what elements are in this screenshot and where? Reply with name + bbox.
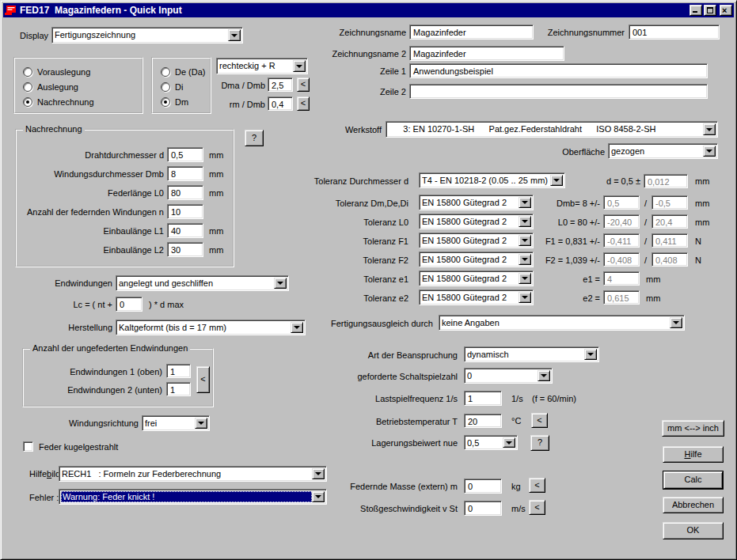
chevron-down-icon[interactable]: [503, 437, 515, 448]
lagerungsbeiwert-help-button[interactable]: ?: [530, 435, 549, 451]
chevron-down-icon[interactable]: [519, 254, 531, 265]
chevron-down-icon[interactable]: [291, 322, 303, 333]
stossgeschwindigkeit-prev-button[interactable]: <: [529, 500, 545, 515]
calc-mode-group: Vorauslegung Auslegung Nachrechnung: [13, 57, 143, 114]
maximize-button[interactable]: [704, 5, 716, 16]
chevron-down-icon[interactable]: [228, 29, 241, 41]
chevron-down-icon[interactable]: [519, 216, 531, 227]
end-coils-group: Anzahl der ungefederten Endwindungen End…: [22, 348, 214, 407]
endwindungen2-input[interactable]: 1: [166, 382, 191, 396]
drahtdurchmesser-input[interactable]: 0,5: [167, 147, 203, 162]
chevron-down-icon[interactable]: [703, 123, 716, 135]
radio-dm[interactable]: Dm: [161, 97, 188, 107]
dma-dmb-prev-button[interactable]: <: [297, 78, 310, 92]
beanspruchung-combo[interactable]: dynamisch: [464, 346, 599, 362]
chevron-down-icon[interactable]: [195, 418, 207, 429]
chevron-down-icon[interactable]: [293, 60, 306, 72]
schaltspielzahl-combo[interactable]: 0: [464, 368, 553, 384]
wire-section-combo[interactable]: rechteckig + R: [216, 58, 308, 74]
kugelgestrahlt-checkbox[interactable]: [23, 441, 33, 452]
chevron-down-icon[interactable]: [519, 273, 531, 284]
toleranz-e2-combo[interactable]: EN 15800 Gütegrad 2: [419, 289, 534, 305]
radio-label: Auslegung: [37, 82, 78, 92]
chevron-down-icon[interactable]: [274, 278, 287, 289]
stossgeschwindigkeit-label: Stoßgeschwindigkeit v St: [349, 504, 458, 514]
radio-vorauslegung[interactable]: Vorauslegung: [23, 67, 90, 77]
chevron-down-icon[interactable]: [550, 175, 563, 186]
toleranz-dm-label: Toleranz Dm,De,Di: [325, 199, 408, 209]
chevron-down-icon[interactable]: [703, 146, 716, 157]
windungen-n-input[interactable]: 10: [167, 204, 203, 219]
chevron-down-icon[interactable]: [670, 317, 682, 328]
betriebstemperatur-prev-button[interactable]: <: [531, 413, 548, 428]
hilfe-button[interactable]: Hilfe: [663, 446, 724, 463]
lc-input[interactable]: 0: [116, 297, 142, 312]
titlebar[interactable]: FED17 Magazinfedern - Quick Input ×: [3, 3, 734, 17]
rm-dmb-input[interactable]: 0,4: [268, 96, 293, 111]
toleranz-d-combo[interactable]: T4 - EN 10218-2 (0.05 .. 25 mm): [419, 172, 565, 188]
radio-de-da[interactable]: De (Da): [161, 67, 206, 77]
dma-dmb-input[interactable]: 2,5: [268, 78, 293, 92]
radio-nachrechnung[interactable]: Nachrechnung: [23, 97, 94, 107]
werkstoff-combo[interactable]: 3: EN 10270-1-SH Pat.gez.Federstahldraht…: [386, 121, 718, 138]
radio-icon: [23, 97, 32, 107]
chevron-down-icon[interactable]: [538, 370, 550, 381]
lastspielfrequenz-input[interactable]: 1: [464, 391, 502, 406]
radio-di[interactable]: Di: [161, 82, 183, 92]
zeichnungsname-input[interactable]: Magazinfeder: [409, 25, 534, 40]
abbrechen-button[interactable]: Abbrechen: [663, 497, 724, 513]
federlaenge-label: Federlänge L0: [18, 188, 164, 199]
radio-auslegung[interactable]: Auslegung: [23, 82, 78, 92]
minimize-button[interactable]: [690, 5, 702, 16]
endwindungen1-input[interactable]: 1: [166, 364, 191, 378]
zeile2-input[interactable]: [409, 84, 708, 99]
endwindungen-combo[interactable]: angelegt und geschliffen: [116, 275, 289, 291]
help-question-button[interactable]: ?: [245, 130, 264, 146]
einbaulaenge1-input[interactable]: 40: [167, 223, 203, 238]
fertigungsausgleich-combo[interactable]: keine Angaben: [439, 315, 685, 331]
toleranz-dm-result-label: Dmb= 8 +/-: [531, 199, 600, 209]
toleranz-e1-combo[interactable]: EN 15800 Gütegrad 2: [419, 271, 534, 286]
slash-separator: /: [644, 199, 647, 209]
windungen-n-label: Anzahl der federnden Windungen n: [18, 207, 164, 218]
fertigungsausgleich-label: Fertigungsausgleich durch: [329, 319, 433, 329]
federnde-masse-input[interactable]: 0: [464, 479, 502, 494]
oberflaeche-combo[interactable]: gezogen: [608, 143, 718, 159]
chevron-down-icon[interactable]: [312, 468, 325, 479]
chevron-down-icon[interactable]: [519, 235, 531, 246]
zeichnungsnummer-input[interactable]: 001: [629, 25, 720, 40]
mm-inch-button[interactable]: mm <--> inch: [662, 420, 724, 437]
calc-button[interactable]: Calc: [663, 471, 723, 489]
chevron-down-icon[interactable]: [519, 292, 531, 303]
betriebstemperatur-input[interactable]: 20: [464, 414, 502, 428]
rm-dmb-prev-button[interactable]: <: [297, 96, 310, 111]
zeile1-input[interactable]: Anwendungsbeispiel: [409, 63, 708, 78]
toleranz-l0-combo[interactable]: EN 15800 Gütegrad 2: [419, 214, 534, 229]
federlaenge-input[interactable]: 80: [167, 185, 203, 200]
unit-label: mm: [209, 226, 223, 236]
hilfebild-label: Hilfebild: [29, 469, 60, 479]
chevron-down-icon[interactable]: [312, 491, 325, 502]
toleranz-f1-combo[interactable]: EN 15800 Gütegrad 2: [419, 233, 534, 248]
herstellung-combo[interactable]: Kaltgeformt (bis d = 17 mm): [116, 320, 306, 335]
windungsdurchmesser-input[interactable]: 8: [167, 166, 203, 181]
end-coils-prev-button[interactable]: <: [196, 366, 210, 393]
chevron-down-icon[interactable]: [584, 349, 597, 360]
ok-button[interactable]: OK: [663, 522, 724, 539]
toleranz-l0-plus: -20,40: [603, 214, 640, 229]
toleranz-f2-combo-value: EN 15800 Gütegrad 2: [422, 255, 518, 265]
display-combo[interactable]: Fertigungszeichnung: [51, 27, 243, 44]
fehler-combo[interactable]: Warnung: Feder knickt !: [59, 489, 327, 505]
lagerungsbeiwert-combo[interactable]: 0,5: [464, 435, 518, 450]
hilfebild-combo[interactable]: RECH1 : Formeln zur Federberechnung: [59, 466, 327, 482]
stossgeschwindigkeit-input[interactable]: 0: [464, 501, 502, 516]
zeichnungsname2-input[interactable]: Magazinfeder: [409, 46, 564, 61]
close-button[interactable]: ×: [720, 5, 732, 16]
radio-icon: [23, 67, 32, 77]
toleranz-dm-combo[interactable]: EN 15800 Gütegrad 2: [419, 195, 534, 210]
chevron-down-icon[interactable]: [519, 197, 531, 208]
toleranz-f2-combo[interactable]: EN 15800 Gütegrad 2: [419, 252, 534, 267]
windungsrichtung-combo[interactable]: frei: [142, 415, 210, 431]
einbaulaenge2-input[interactable]: 30: [167, 242, 203, 257]
federnde-masse-prev-button[interactable]: <: [529, 478, 545, 493]
